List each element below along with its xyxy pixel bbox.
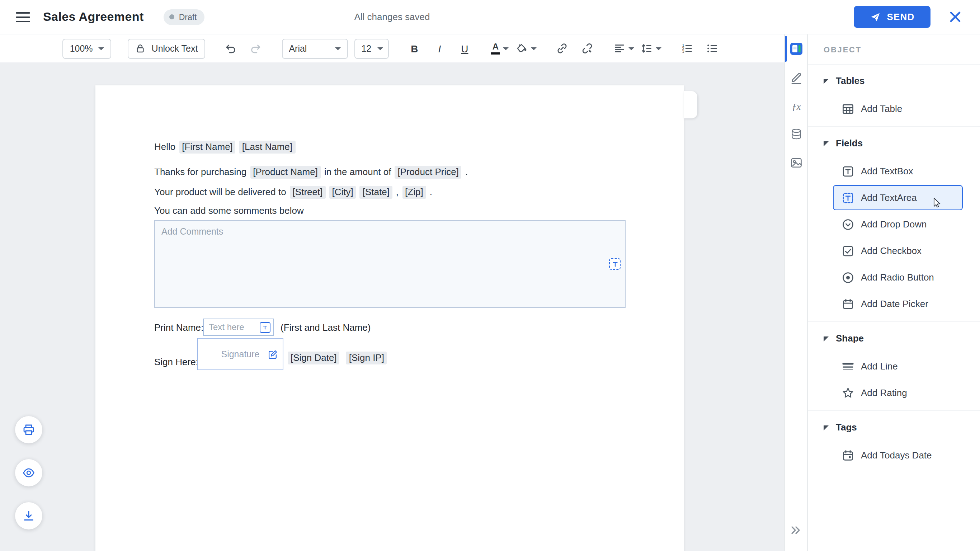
delivery-line[interactable]: Your product will be delivered to [Stree… (154, 185, 468, 198)
radio-icon (842, 271, 854, 284)
preview-button[interactable] (15, 459, 42, 486)
row-label: Add TextArea (861, 192, 917, 203)
status-dot-icon (170, 14, 175, 19)
document-page[interactable]: Hello [First Name] [Last Name] Thanks fo… (95, 85, 684, 551)
section-title-label: Fields (836, 137, 863, 148)
line-spacing-button[interactable] (640, 38, 661, 59)
page-side-handle[interactable] (684, 91, 697, 118)
body-paragraph[interactable]: Thanks for purchasing [Product Name] in … (154, 166, 468, 223)
purchase-line[interactable]: Thanks for purchasing [Product Name] in … (154, 166, 468, 178)
toolbar: 100% Unlock Text Arial 12 (0, 34, 784, 62)
signature-field[interactable]: Signature (197, 338, 283, 370)
download-icon (22, 510, 35, 522)
doc-text: . (430, 186, 432, 197)
tab-form-elements[interactable] (789, 41, 803, 56)
add-date-picker-button[interactable]: Add Date Picker (833, 291, 963, 316)
sign-meta-tokens: [Sign Date] [Sign IP] (288, 352, 387, 365)
italic-button[interactable]: I (430, 38, 449, 59)
bold-button[interactable]: B (405, 38, 424, 59)
print-name-hint: (First and Last Name) (280, 322, 371, 333)
field-token-state[interactable]: [State] (360, 185, 393, 198)
tab-annotate[interactable] (789, 71, 803, 85)
doc-text: in the amount of (324, 166, 391, 177)
bullet-list-button[interactable] (703, 38, 721, 59)
field-token-product-price[interactable]: [Product Price] (395, 166, 462, 178)
text-color-icon: A (491, 43, 500, 54)
checkbox-icon (842, 244, 854, 257)
section-header-tags[interactable]: Tags (808, 416, 980, 438)
field-token-last-name[interactable]: [Last Name] (239, 141, 295, 153)
add-rating-button[interactable]: Add Rating (833, 380, 963, 405)
add-textbox-button[interactable]: Add TextBox (833, 159, 963, 184)
font-size-select[interactable]: 12 (354, 38, 388, 59)
field-token-zip[interactable]: [Zip] (402, 185, 426, 198)
chevron-down-icon (628, 47, 634, 50)
italic-label: I (438, 43, 441, 54)
underline-button[interactable]: U (455, 38, 474, 59)
collapse-panel-chevrons-icon[interactable] (789, 524, 803, 538)
unlock-text-label: Unlock Text (152, 43, 198, 53)
add-todays-date-button[interactable]: Add Todays Date (833, 443, 963, 468)
field-token-sign-ip[interactable]: [Sign IP] (346, 352, 387, 365)
tab-data[interactable] (789, 127, 803, 141)
field-token-product-name[interactable]: [Product Name] (250, 166, 321, 178)
header: Sales Agreement Draft All changes saved … (0, 0, 980, 34)
greeting-line[interactable]: Hello [First Name] [Last Name] (154, 141, 295, 153)
fill-color-button[interactable] (515, 38, 536, 59)
unlink-icon (581, 42, 593, 54)
doc-text: Hello (154, 141, 175, 152)
row-label: Add Rating (861, 387, 907, 398)
textbox-field-icon[interactable] (260, 322, 270, 333)
doc-text: You can add some somments below (154, 205, 304, 216)
section-header-tables[interactable]: Tables (808, 69, 980, 92)
add-checkbox-button[interactable]: Add Checkbox (833, 238, 963, 263)
sign-here-label: Sign Here: (154, 357, 198, 367)
signature-placeholder: Signature (221, 349, 259, 359)
redo-icon (250, 42, 262, 54)
print-button[interactable] (15, 416, 42, 443)
add-dropdown-button[interactable]: Add Drop Down (833, 212, 963, 237)
panel-title: OBJECT (808, 34, 980, 65)
send-button-label: SEND (887, 11, 914, 22)
chevron-down-icon (531, 47, 536, 50)
zoom-select[interactable]: 100% (63, 38, 111, 59)
textarea-field-icon (609, 258, 620, 270)
line-spacing-icon (640, 42, 652, 54)
field-token-street[interactable]: [Street] (290, 185, 326, 198)
close-icon[interactable] (948, 10, 962, 24)
print-name-input[interactable]: Text here (203, 318, 274, 336)
field-token-sign-date[interactable]: [Sign Date] (288, 352, 340, 365)
doc-text: Thanks for purchasing (154, 166, 247, 177)
field-token-city[interactable]: [City] (329, 185, 356, 198)
redo-button[interactable] (247, 38, 265, 59)
add-table-button[interactable]: Add Table (833, 96, 963, 121)
comments-intro-line[interactable]: You can add some somments below (154, 205, 468, 216)
ordered-list-button[interactable]: 1 2 3 (678, 38, 696, 59)
tab-formulas[interactable]: ƒx (789, 100, 803, 114)
section-header-fields[interactable]: Fields (808, 131, 980, 154)
unlock-text-button[interactable]: Unlock Text (128, 38, 205, 59)
unlink-button[interactable] (578, 38, 597, 59)
table-icon (842, 102, 854, 115)
font-family-select[interactable]: Arial (282, 38, 348, 59)
download-button[interactable] (15, 502, 42, 529)
align-button[interactable] (613, 38, 634, 59)
section-header-shape[interactable]: Shape (808, 326, 980, 349)
menu-icon[interactable] (16, 12, 30, 22)
comments-textarea-field[interactable]: Add Comments (154, 220, 625, 308)
section-shape: Shape Add Line Add Rating (808, 322, 980, 405)
add-radio-button[interactable]: Add Radio Button (833, 265, 963, 290)
text-color-button[interactable]: A (490, 38, 509, 59)
doc-text: . (465, 166, 468, 177)
active-tab-indicator (785, 36, 787, 62)
font-size-value: 12 (361, 43, 371, 53)
tab-images[interactable] (789, 156, 803, 170)
add-textarea-button[interactable]: Add TextArea (833, 185, 963, 210)
lines-icon (842, 360, 854, 373)
send-button[interactable]: SEND (854, 6, 931, 28)
send-icon (870, 11, 881, 22)
undo-button[interactable] (221, 38, 240, 59)
add-line-button[interactable]: Add Line (833, 354, 963, 379)
link-button[interactable] (553, 38, 571, 59)
field-token-first-name[interactable]: [First Name] (179, 141, 235, 153)
